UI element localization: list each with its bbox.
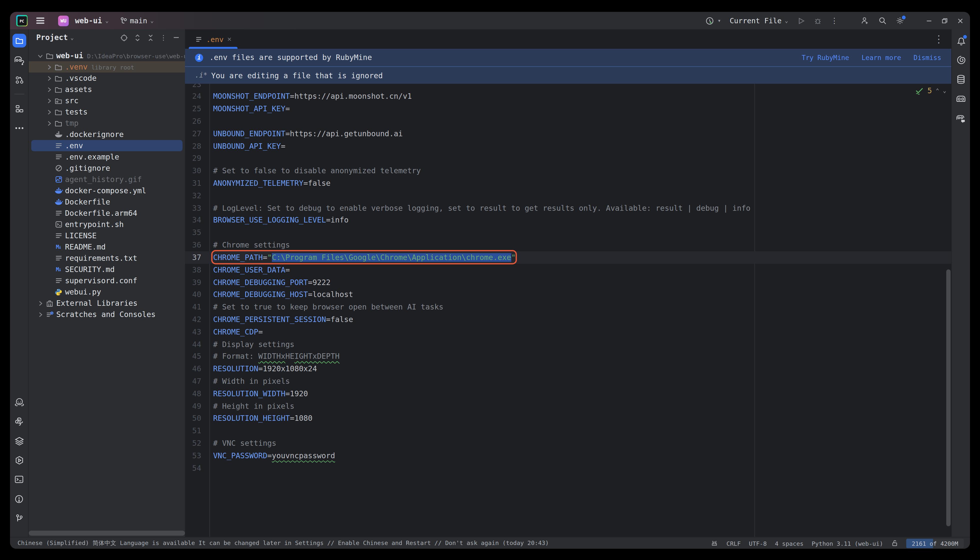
tab-env[interactable]: .env ✕ bbox=[189, 30, 238, 49]
chevron-right-icon[interactable] bbox=[45, 86, 53, 93]
project-selector[interactable]: web-ui ⌄ bbox=[74, 16, 108, 25]
search-everywhere-icon[interactable] bbox=[878, 16, 887, 25]
close-button[interactable] bbox=[957, 17, 964, 24]
tree-item-dockerfile[interactable]: Dockerfile bbox=[29, 196, 185, 208]
run-button[interactable] bbox=[797, 17, 805, 25]
tree-item--env-example[interactable]: .env.example bbox=[29, 151, 185, 162]
tree-item-dockerfile-arm64[interactable]: Dockerfile.arm64 bbox=[29, 208, 185, 219]
code-line-26[interactable]: 26 bbox=[185, 115, 951, 128]
code-line-51[interactable]: 51 bbox=[185, 425, 951, 437]
code-with-me-user-icon[interactable] bbox=[861, 16, 870, 25]
tree-item--gitignore[interactable]: .gitignore bbox=[29, 162, 185, 174]
code-line-54[interactable]: 54 bbox=[185, 462, 951, 474]
hugging-face-icon[interactable] bbox=[12, 395, 26, 409]
code-line-49[interactable]: 49# Height in pixels bbox=[185, 400, 951, 412]
code-line-33[interactable]: 33# LogLevel: Set to debug to enable ver… bbox=[185, 202, 951, 214]
locate-file-icon[interactable] bbox=[120, 33, 128, 42]
tree-item-license[interactable]: LICENSE bbox=[29, 230, 185, 241]
interpreter-indicator[interactable]: Python 3.11 (web-ui) bbox=[812, 540, 883, 547]
code-line-50[interactable]: 50RESOLUTION_HEIGHT=1080 bbox=[185, 412, 951, 425]
status-message[interactable]: Chinese (Simplified) 简体中文 Language is av… bbox=[18, 539, 549, 547]
hide-panel-icon[interactable] bbox=[172, 34, 180, 41]
run-configuration-selector[interactable]: Current File ⌄ bbox=[730, 16, 788, 25]
prev-problem-icon[interactable]: ⌃ bbox=[936, 88, 939, 94]
panel-options-kebab-icon[interactable]: ⋮ bbox=[160, 33, 167, 42]
code-line-32[interactable]: 32 bbox=[185, 189, 951, 202]
code-line-28[interactable]: 28UNBOUND_API_KEY= bbox=[185, 140, 951, 152]
tree-item-src[interactable]: src bbox=[29, 95, 185, 106]
branch-selector[interactable]: main ⌄ bbox=[120, 16, 153, 25]
tree-item--dockerignore[interactable]: .dockerignore bbox=[29, 129, 185, 140]
code-line-39[interactable]: 39CHROME_DEBUGGING_PORT=9222 bbox=[185, 276, 951, 288]
tree-item-assets[interactable]: assets bbox=[29, 84, 185, 95]
chevron-right-icon[interactable] bbox=[45, 63, 53, 70]
code-line-41[interactable]: 41# Set to true to keep browser open bet… bbox=[185, 301, 951, 313]
tree-item--vscode[interactable]: .vscode bbox=[29, 72, 185, 84]
tree-item-requirements-txt[interactable]: requirements.txt bbox=[29, 252, 185, 264]
settings-gear-icon[interactable] bbox=[896, 16, 905, 25]
tree-item-web-ui[interactable]: web-uiD:\IdeaPro\browser-use\web-ui bbox=[29, 50, 185, 61]
tree-item-tests[interactable]: tests bbox=[29, 106, 185, 118]
ai-robot-icon[interactable] bbox=[954, 92, 968, 106]
services-layers-icon[interactable] bbox=[12, 434, 26, 448]
code-line-27[interactable]: 27UNBOUND_ENDPOINT=https://api.getunboun… bbox=[185, 128, 951, 140]
editor-vscrollbar[interactable] bbox=[946, 270, 951, 527]
banner-link-try-rubymine[interactable]: Try RubyMine bbox=[802, 54, 849, 61]
ai-robot-chat-icon[interactable] bbox=[954, 111, 968, 125]
indent-indicator[interactable]: 4 spaces bbox=[775, 540, 803, 547]
tree-item-tmp[interactable]: tmp bbox=[29, 118, 185, 129]
git-icon[interactable] bbox=[12, 511, 26, 525]
tree-item--env[interactable]: .env bbox=[29, 140, 185, 151]
code-line-46[interactable]: 46RESOLUTION=1920x1080x24 bbox=[185, 363, 951, 375]
banner-link-dismiss[interactable]: Dismiss bbox=[913, 54, 941, 61]
chevron-right-icon[interactable] bbox=[45, 120, 53, 127]
chevron-right-icon[interactable] bbox=[45, 97, 53, 104]
code-line-34[interactable]: 34BROWSER_USE_LOGGING_LEVEL=info bbox=[185, 214, 951, 227]
ai-assistant-help-icon[interactable] bbox=[12, 53, 26, 67]
chevron-right-icon[interactable] bbox=[36, 311, 45, 318]
collapse-all-icon[interactable] bbox=[147, 33, 155, 42]
terminal-icon[interactable] bbox=[12, 472, 26, 486]
code-line-48[interactable]: 48RESOLUTION_WIDTH=1920 bbox=[185, 388, 951, 400]
notifications-bell-icon[interactable] bbox=[954, 34, 968, 48]
code-line-52[interactable]: 52# VNC settings bbox=[185, 437, 951, 450]
project-folder-icon[interactable] bbox=[12, 34, 26, 48]
expand-all-icon[interactable] bbox=[134, 33, 141, 42]
tree-item-external-libraries[interactable]: External Libraries bbox=[29, 298, 185, 309]
tree-item-webui-py[interactable]: webui.py bbox=[29, 286, 185, 298]
tree-item-supervisord-conf[interactable]: supervisord.conf bbox=[29, 275, 185, 286]
line-ending-indicator[interactable]: CRLF bbox=[727, 540, 741, 547]
inspections-widget[interactable]: 5 ⌃ ⌄ bbox=[915, 86, 946, 95]
memory-indicator[interactable]: 2161 of 4200M bbox=[906, 538, 964, 548]
chevron-right-icon[interactable] bbox=[36, 300, 45, 307]
code-line-35[interactable]: 35 bbox=[185, 227, 951, 239]
tree-item--venv[interactable]: .venvlibrary root bbox=[29, 61, 185, 72]
code-line-40[interactable]: 40CHROME_DEBUGGING_HOST=localhost bbox=[185, 288, 951, 301]
next-problem-icon[interactable]: ⌄ bbox=[943, 88, 946, 94]
maximize-button[interactable] bbox=[941, 17, 948, 24]
code-line-29[interactable]: 29 bbox=[185, 152, 951, 165]
project-avatar[interactable]: WU bbox=[58, 15, 69, 26]
chevron-right-icon[interactable] bbox=[45, 108, 53, 115]
structure-icon[interactable] bbox=[12, 102, 26, 116]
code-line-30[interactable]: 30# Set to false to disable anonymized t… bbox=[185, 165, 951, 177]
debug-button[interactable] bbox=[814, 17, 822, 25]
code-line-36[interactable]: 36# Chrome settings bbox=[185, 239, 951, 251]
code-line-45[interactable]: 45# Format: WIDTHxHEIGHTxDEPTH bbox=[185, 350, 951, 363]
code-line-31[interactable]: 31ANONYMIZED_TELEMETRY=false bbox=[185, 177, 951, 190]
run-widget[interactable]: ▾ bbox=[705, 16, 721, 25]
more-icon[interactable] bbox=[12, 121, 26, 135]
tree-item-security-md[interactable]: M↓SECURITY.md bbox=[29, 264, 185, 275]
ai-assistant-icon[interactable] bbox=[954, 53, 968, 67]
code-line-53[interactable]: 53VNC_PASSWORD=youvncpassword bbox=[185, 449, 951, 462]
tree-item-entrypoint-sh[interactable]: entrypoint.sh bbox=[29, 219, 185, 230]
code-line-24[interactable]: 24MOONSHOT_ENDPOINT=https://api.moonshot… bbox=[185, 90, 951, 103]
chevron-down-icon[interactable]: ⌄ bbox=[70, 35, 74, 41]
code-line-37[interactable]: 37CHROME_PATH="C:\Program Files\Google\C… bbox=[185, 251, 951, 264]
encoding-indicator[interactable]: UTF-8 bbox=[749, 540, 767, 547]
minimize-button[interactable] bbox=[926, 17, 933, 24]
python-packages-icon[interactable] bbox=[12, 415, 26, 428]
tab-options-kebab-icon[interactable]: ⋮ bbox=[934, 33, 944, 45]
tree-item-scratches-and-consoles[interactable]: Scratches and Consoles bbox=[29, 309, 185, 320]
tree-item-readme-md[interactable]: M↓README.md bbox=[29, 241, 185, 252]
